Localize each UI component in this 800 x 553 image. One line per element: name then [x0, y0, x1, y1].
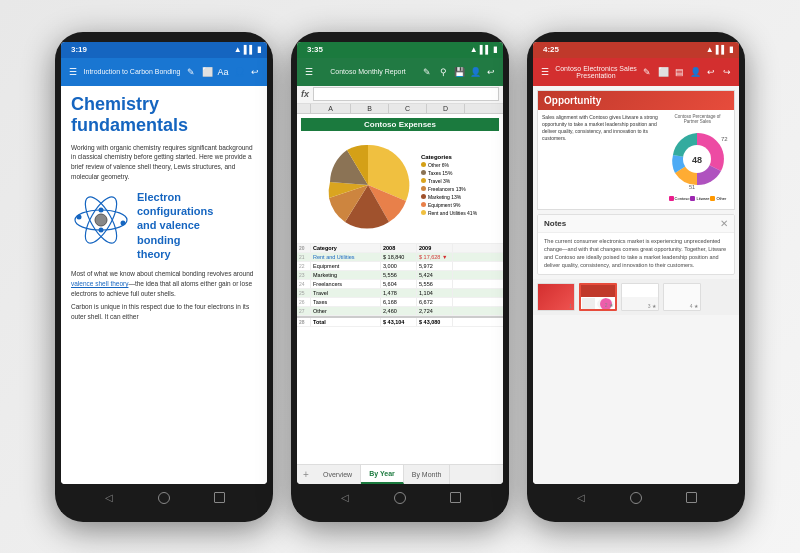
svg-text:72: 72 [721, 136, 728, 142]
slide-thumb-2[interactable]: 2 ★ [579, 283, 617, 311]
ppt-status-bar: 4:25 ▲ ▌▌ ▮ [533, 42, 739, 58]
chart-legend: Categories Other 6% Taxes 15% [421, 154, 477, 216]
battery-icon: ▮ [493, 45, 497, 54]
word-body-2: Most of what we know about chemical bond… [71, 269, 257, 298]
recents-button[interactable] [212, 491, 226, 505]
tab-overview[interactable]: Overview [315, 465, 361, 484]
chart-subtitle: Contoso Percentage ofPartner Sales [665, 114, 730, 126]
slide-thumb-3[interactable]: 3 ★ [621, 283, 659, 311]
word-body-3: Carbon is unique in this respect due to … [71, 302, 257, 322]
cell-2009: 2,724 [417, 307, 453, 315]
formula-input[interactable] [313, 87, 499, 101]
person-icon[interactable]: 👤 [233, 66, 245, 78]
col-a-header[interactable]: A [311, 104, 351, 113]
fx-label: fx [301, 89, 309, 99]
table-row[interactable]: 22 Equipment 3,000 5,972 [297, 262, 503, 271]
signal-icon: ▌▌ [480, 45, 491, 54]
cell-category: Marketing [311, 271, 381, 279]
pencil-icon[interactable]: ✎ [641, 66, 653, 78]
col-d-header[interactable]: D [427, 104, 465, 113]
header-category: Category [311, 244, 381, 252]
recents-button[interactable] [684, 491, 698, 505]
person-icon[interactable]: 👤 [469, 66, 481, 78]
svg-point-4 [99, 207, 104, 212]
pencil-icon[interactable]: ✎ [421, 66, 433, 78]
ppt-app-title: Contoso Electronics Sales Presentation [555, 65, 637, 79]
undo-icon[interactable]: ↩ [705, 66, 717, 78]
notes-title: Notes [544, 219, 566, 228]
word-status-icons: ▲ ▌▌ ▮ [234, 45, 261, 54]
word-content: Chemistryfundamentals Working with organ… [61, 86, 267, 484]
excel-status-bar: 3:35 ▲ ▌▌ ▮ [297, 42, 503, 58]
pencil-icon[interactable]: ✎ [185, 66, 197, 78]
slide-body: Sales alignment with Contoso gives Litwa… [542, 114, 730, 202]
cell-2009: $ 17,628 ▼ [417, 253, 453, 261]
undo-icon[interactable]: ↩ [249, 66, 261, 78]
cell-category: Freelancers [311, 280, 381, 288]
word-app-title: Introduction to Carbon Bonding [83, 68, 181, 75]
image-icon[interactable]: ⬜ [201, 66, 213, 78]
legend-rent: Rent and Utilities 41% [421, 210, 477, 216]
table-row[interactable]: 27 Other 2,460 2,724 [297, 307, 503, 316]
battery-icon: ▮ [257, 45, 261, 54]
table-row[interactable]: 21 Rent and Utilities $ 18,840 $ 17,628 … [297, 253, 503, 262]
word-doc-title: Chemistryfundamentals [71, 94, 257, 137]
cell-2009: 1,104 [417, 289, 453, 297]
cell-2008: 6,168 [381, 298, 417, 306]
undo-icon[interactable]: ↩ [485, 66, 497, 78]
recents-button[interactable] [448, 491, 462, 505]
back-button[interactable]: ◁ [102, 491, 116, 505]
tab-by-month[interactable]: By Month [404, 465, 451, 484]
slide-header: Opportunity [538, 91, 734, 110]
col-c-header[interactable]: C [389, 104, 427, 113]
search-icon[interactable]: ⚲ [437, 66, 449, 78]
battery-icon: ▮ [729, 45, 733, 54]
row-num-header [297, 104, 311, 113]
back-button[interactable]: ◁ [338, 491, 352, 505]
table-row[interactable]: 26 Taxes 6,168 6,672 [297, 298, 503, 307]
excel-phone-bottom: ◁ [297, 484, 503, 512]
slides-icon[interactable]: ▤ [673, 66, 685, 78]
save-icon[interactable]: 💾 [453, 66, 465, 78]
redo-icon[interactable]: ↪ [721, 66, 733, 78]
cell-category: Travel [311, 289, 381, 297]
slide-thumb-1[interactable]: 1 [537, 283, 575, 311]
legend-marketing: Marketing 13% [421, 194, 477, 200]
person-icon[interactable]: 👤 [689, 66, 701, 78]
table-row[interactable]: 24 Freelancers 5,604 5,556 [297, 280, 503, 289]
home-button[interactable] [629, 491, 643, 505]
cell-2009: 5,556 [417, 280, 453, 288]
slide-view: Opportunity Sales alignment with Contoso… [537, 90, 735, 210]
add-sheet-button[interactable]: + [297, 465, 315, 484]
svg-text:51: 51 [689, 184, 695, 190]
hamburger-icon[interactable]: ☰ [539, 66, 551, 78]
home-button[interactable] [393, 491, 407, 505]
col-b-header[interactable]: B [351, 104, 389, 113]
table-row[interactable]: 23 Marketing 5,556 5,424 [297, 271, 503, 280]
word-screen: 3:19 ▲ ▌▌ ▮ ☰ Introduction to Carbon Bon… [61, 42, 267, 484]
notes-text: The current consumer electronics market … [538, 233, 734, 274]
hamburger-icon[interactable]: ☰ [67, 66, 79, 78]
ppt-content: Opportunity Sales alignment with Contoso… [533, 86, 739, 484]
notes-close-button[interactable]: ✕ [720, 218, 728, 229]
row-num: 21 [297, 253, 311, 261]
word-side-heading: Electronconfigurationsand valencebonding… [137, 190, 213, 261]
image-icon[interactable]: ⬜ [657, 66, 669, 78]
word-time: 3:19 [71, 45, 87, 54]
valence-link[interactable]: valence shell theory [71, 280, 128, 287]
hamburger-icon[interactable]: ☰ [303, 66, 315, 78]
notes-panel: Notes ✕ The current consumer electronics… [537, 214, 735, 275]
home-button[interactable] [157, 491, 171, 505]
wifi-icon: ▲ [470, 45, 478, 54]
notes-header: Notes ✕ [538, 215, 734, 233]
format-icon[interactable]: Aa [217, 66, 229, 78]
ppt-phone-bottom: ◁ [533, 484, 739, 512]
word-status-bar: 3:19 ▲ ▌▌ ▮ [61, 42, 267, 58]
svg-point-7 [77, 214, 82, 219]
table-row[interactable]: 25 Travel 1,478 1,104 [297, 289, 503, 298]
back-button[interactable]: ◁ [574, 491, 588, 505]
excel-app-title: Contoso Monthly Report [319, 68, 417, 75]
header-2008: 2008 [381, 244, 417, 252]
tab-by-year[interactable]: By Year [361, 465, 404, 484]
slide-thumb-4[interactable]: 4 ★ [663, 283, 701, 311]
